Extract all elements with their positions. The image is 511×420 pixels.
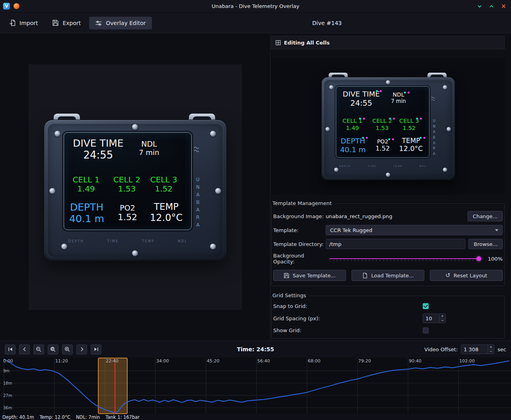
skip-to-end-button[interactable]	[91, 345, 101, 354]
svg-text:102:00: 102:00	[459, 358, 475, 364]
video-offset-spinner[interactable]: 1 308 + −	[461, 345, 494, 354]
change-background-button[interactable]: Change...	[468, 211, 503, 221]
cell-handle-dot[interactable]	[376, 90, 378, 92]
overlay-cell-temp[interactable]: TEMP12.0°C	[395, 137, 426, 153]
step-back-button[interactable]	[19, 345, 30, 354]
cell-handle-dot[interactable]	[388, 138, 390, 140]
dive-number-label: Dive #143	[312, 20, 342, 26]
cell-handle-dot[interactable]	[404, 91, 406, 93]
template-directory-input[interactable]: /tmp	[326, 239, 465, 249]
slider-thumb[interactable]	[476, 256, 481, 261]
zoom-out-button[interactable]	[33, 345, 44, 354]
opacity-slider[interactable]	[330, 255, 480, 262]
snap-to-grid-checkbox[interactable]	[423, 303, 429, 309]
window-title: Unabara - Dive Telemetry Overlay	[0, 3, 511, 9]
video-offset-value: 1 308	[461, 345, 488, 354]
preview-pane: DIVE TIME24:55NDL7 minCELL 11.49CELL 21.…	[0, 33, 270, 341]
overlay-cell-cell2[interactable]: CELL 21.53	[369, 118, 396, 131]
minimize-button[interactable]	[475, 2, 484, 11]
zoom-reset-button[interactable]	[48, 345, 58, 354]
overlay-cell-cell2: CELL 21.53	[109, 175, 146, 194]
template-select[interactable]: CCR Tek Rugged	[326, 225, 503, 235]
grid-settings-group: Grid Settings Snap to Grid: Grid Spacing…	[271, 296, 505, 339]
overlay-cell-dive-time[interactable]: DIVE TIME24:55	[340, 90, 383, 108]
cell-handle-dot[interactable]	[365, 137, 367, 139]
svg-text:34:00: 34:00	[156, 358, 169, 364]
overlay-editor-label: Overlay Editor	[106, 20, 146, 26]
grid-spacing-spinner[interactable]: 10 + −	[423, 314, 446, 323]
engraved-temp: TEMP	[142, 240, 155, 243]
template-directory-label: Template Directory:	[273, 241, 326, 247]
editor-canvas[interactable]: DIVE TIME24:55NDL7 minCELL 11.49CELL 21.…	[271, 58, 505, 195]
engraved-labels: DEPTH TIME TEMP NDL	[339, 165, 426, 167]
maximize-button[interactable]	[487, 2, 496, 11]
depth-profile-chart[interactable]: 0:0011:2022:4034:0045:2056:4068:0079:209…	[0, 358, 511, 414]
engraved-time: TIME	[367, 165, 376, 167]
group-title: Grid Settings	[272, 292, 309, 298]
svg-text:68:00: 68:00	[308, 358, 321, 364]
status-tank: Tank 1: 167bar	[105, 414, 140, 420]
screw-icon	[54, 131, 60, 137]
import-icon	[9, 19, 16, 26]
overlay-cell-cell3[interactable]: CELL 31.52	[395, 118, 422, 131]
spin-down-button[interactable]: −	[488, 350, 494, 354]
cell-handle-dot[interactable]	[389, 118, 391, 120]
main-toolbar: Import Export Overlay Editor Dive #143	[0, 13, 511, 33]
document-icon	[362, 273, 368, 279]
close-button[interactable]	[499, 2, 508, 11]
spin-up-button[interactable]: +	[439, 314, 445, 319]
cell-handle-dot[interactable]	[420, 137, 422, 139]
show-grid-checkbox[interactable]	[423, 327, 429, 333]
cell-handle-dot[interactable]	[423, 137, 425, 139]
import-button[interactable]: Import	[3, 16, 44, 29]
svg-text:11:20: 11:20	[55, 358, 68, 364]
overlay-cell-ndl[interactable]: NDL7 min	[386, 91, 410, 104]
wave-logo-icon	[431, 96, 435, 102]
overlay-cell-dive-time: DIVE TIME24:55	[69, 137, 127, 161]
svg-text:90:40: 90:40	[409, 358, 422, 364]
engraved-labels: DEPTH TIME TEMP NDL	[68, 240, 188, 243]
export-save-icon	[52, 19, 59, 26]
reset-layout-button[interactable]: ↺ Reset Layout	[430, 270, 503, 281]
cell-handle-dot[interactable]	[379, 90, 381, 92]
cell-handle-dot[interactable]	[392, 118, 394, 120]
screw-icon	[210, 244, 216, 250]
overlay-cell-cell1[interactable]: CELL 11.49	[339, 118, 366, 131]
app-logo-icon: V	[3, 3, 10, 10]
zoom-in-button[interactable]	[62, 345, 73, 354]
load-template-button[interactable]: Load Template...	[352, 270, 424, 281]
browse-button[interactable]: Browse...	[468, 239, 503, 249]
opacity-value: 100%	[485, 256, 503, 262]
overlay-editor-button[interactable]: Overlay Editor	[89, 17, 152, 29]
spin-down-button[interactable]: −	[439, 319, 445, 323]
overlay-cell-po2: PO21.52	[111, 203, 144, 223]
cell-handle-dot[interactable]	[408, 91, 410, 93]
overlay-cell-temp: TEMP12.0°C	[145, 201, 187, 223]
engraved-ndl: NDL	[178, 240, 187, 243]
skip-to-start-button[interactable]	[5, 345, 16, 354]
cell-handle-dot[interactable]	[392, 138, 394, 140]
overlay-cell-depth[interactable]: DEPTH40.1 m	[337, 137, 369, 154]
step-forward-button[interactable]	[76, 345, 87, 354]
spin-up-button[interactable]: +	[488, 345, 494, 350]
svg-text:22:40: 22:40	[106, 358, 119, 364]
overlay-canvas[interactable]: DIVE TIME24:55NDL7 minCELL 11.49CELL 21.…	[29, 64, 242, 310]
show-grid-label: Show Grid:	[273, 327, 423, 333]
overlay-cell-po2[interactable]: PO21.52	[370, 138, 394, 152]
chevron-down-icon	[477, 4, 482, 9]
device-brand-text: UNABARA	[432, 119, 436, 157]
engraved-ndl: NDL	[419, 165, 426, 167]
background-opacity-label: Background Opacity:	[273, 253, 326, 265]
svg-text:27m: 27m	[3, 393, 12, 398]
screw-icon	[132, 250, 138, 256]
screw-icon	[132, 124, 138, 130]
slider-ticks	[330, 260, 480, 261]
cell-handle-dot[interactable]	[362, 137, 364, 139]
engraved-temp: TEMP	[393, 165, 402, 167]
export-button[interactable]: Export	[46, 16, 87, 29]
zoom-reset-icon	[50, 346, 56, 352]
screw-icon	[61, 244, 67, 250]
export-label: Export	[62, 20, 81, 26]
save-template-button[interactable]: Save Template...	[273, 270, 346, 281]
device-screen[interactable]: DIVE TIME24:55NDL7 minCELL 11.49CELL 21.…	[336, 86, 429, 158]
